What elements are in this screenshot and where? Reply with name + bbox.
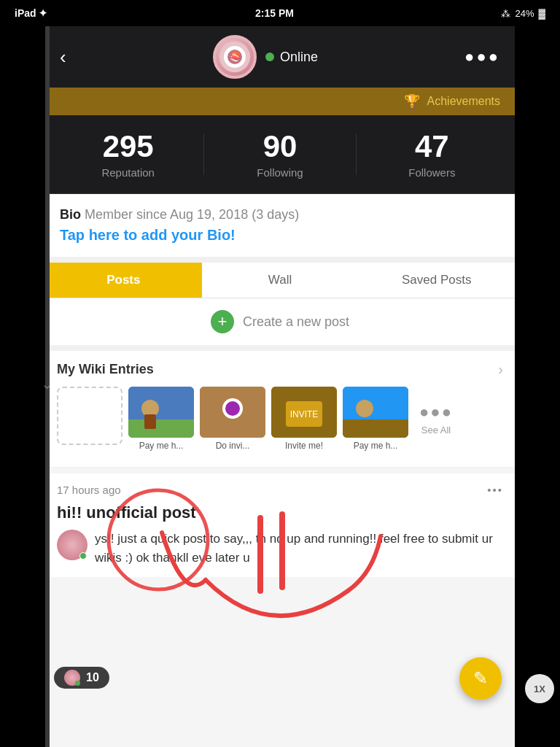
wiki-caption: Pay me h... (343, 441, 408, 451)
svg-rect-7 (144, 414, 156, 429)
bio-date: Member since Aug 19, 2018 (3 days) (85, 207, 299, 222)
post-title: hi!! unofficial post (57, 503, 503, 522)
tabs-row: Posts Wall Saved Posts (45, 263, 515, 298)
svg-point-10 (225, 401, 240, 416)
create-post-label: Create a new post (243, 314, 349, 330)
tab-wall[interactable]: Wall (202, 263, 359, 298)
back-button[interactable]: ‹ (60, 46, 66, 69)
bio-header: Bio Member since Aug 19, 2018 (3 days) (60, 207, 500, 222)
followers-label: Followers (357, 166, 508, 179)
reputation-label: Reputation (52, 166, 203, 179)
wiki-caption: Invite me! (271, 441, 337, 451)
wiki-caption: Pay me h... (128, 441, 194, 451)
wiki-title: My Wiki Entries (57, 362, 154, 377)
wiki-thumbnail (128, 387, 194, 438)
bluetooth-icon: ⁂ (501, 8, 510, 19)
online-indicator (265, 53, 274, 61)
create-post-button[interactable]: + (211, 310, 234, 333)
achievements-bar[interactable]: 🏆 Achievements (45, 88, 515, 115)
badge-count: 10 (86, 671, 99, 684)
post-author-avatar (57, 530, 88, 560)
wiki-thumbnail (343, 387, 408, 438)
content-area: Bio Member since Aug 19, 2018 (3 days) T… (45, 194, 515, 747)
svg-text:🍣: 🍣 (229, 51, 240, 62)
edit-icon: ✎ (473, 668, 488, 689)
left-strip: › (45, 26, 50, 747)
avatar: 🍣 (213, 35, 257, 79)
bio-cta[interactable]: Tap here to add your Bio! (60, 227, 500, 244)
battery-icon: ▓ (539, 8, 545, 19)
post-more-options[interactable]: ••• (487, 484, 503, 496)
following-value: 90 (204, 130, 355, 163)
svg-rect-5 (128, 419, 194, 438)
app-container: ‹ 🍣 Online ●●● 🏆 Ac (45, 26, 515, 747)
status-time: 2:15 PM (255, 7, 294, 19)
more-options-button[interactable]: ●●● (464, 47, 500, 66)
svg-rect-15 (343, 419, 408, 438)
create-post-row[interactable]: + Create a new post (45, 298, 515, 351)
followers-value: 47 (357, 130, 508, 163)
bio-label: Bio (60, 207, 81, 222)
post-meta: 17 hours ago ••• (57, 484, 503, 496)
status-carrier: iPad ✦ (15, 7, 47, 19)
wiki-entries-list: Pay me h... Do invi... (57, 387, 503, 457)
followers-stat[interactable]: 47 Followers (357, 130, 508, 179)
wiki-caption: Do invi... (200, 441, 265, 451)
profile-header: ‹ 🍣 Online ●●● (45, 26, 515, 88)
list-item[interactable]: INVITE Invite me! (271, 387, 337, 451)
header-center: 🍣 Online (213, 35, 318, 79)
post-body-row: ys!! just a quick post to say,,, th nd u… (57, 530, 503, 567)
one-x-button[interactable]: 1X (525, 674, 554, 703)
fab-edit-button[interactable]: ✎ (459, 657, 502, 700)
one-x-label: 1X (534, 684, 545, 694)
wiki-thumbnail (200, 387, 265, 438)
wiki-header: My Wiki Entries › (57, 361, 503, 378)
online-status: Online (265, 50, 318, 65)
see-all-button[interactable]: ●●● See All (414, 387, 458, 451)
list-item[interactable]: Pay me h... (128, 387, 194, 451)
post-author-online-dot (79, 552, 87, 560)
notification-badge: 10 (54, 667, 109, 689)
svg-point-16 (356, 400, 373, 417)
tab-posts[interactable]: Posts (45, 263, 202, 298)
trophy-icon: 🏆 (404, 93, 420, 109)
wiki-chevron-icon[interactable]: › (498, 361, 503, 378)
reputation-value: 295 (52, 130, 203, 163)
battery-text: 24% (515, 8, 534, 19)
avatar-image: 🍣 (216, 38, 254, 76)
see-all-dots-icon: ●●● (419, 403, 453, 422)
svg-text:INVITE: INVITE (290, 409, 319, 419)
see-all-label: See All (421, 425, 451, 436)
bio-section: Bio Member since Aug 19, 2018 (3 days) T… (45, 194, 515, 263)
badge-avatar (64, 670, 80, 686)
status-bar: iPad ✦ 2:15 PM ⁂ 24% ▓ (0, 0, 560, 26)
status-right: ⁂ 24% ▓ (501, 8, 545, 19)
list-item[interactable]: Do invi... (200, 387, 265, 451)
following-stat[interactable]: 90 Following (204, 130, 355, 179)
wiki-section: My Wiki Entries › (45, 351, 515, 468)
online-label: Online (280, 50, 318, 65)
list-item[interactable]: Pay me h... (343, 387, 408, 451)
following-label: Following (204, 166, 355, 179)
post-body: ys!! just a quick post to say,,, th nd u… (95, 530, 503, 567)
wiki-thumbnail: INVITE (271, 387, 337, 438)
wiki-entry-placeholder[interactable] (57, 387, 122, 445)
tab-saved-posts[interactable]: Saved Posts (358, 263, 515, 298)
left-arrow-icon: › (40, 384, 55, 389)
achievements-label: Achievements (427, 95, 501, 108)
badge-online-dot (75, 681, 80, 686)
post-section: 17 hours ago ••• hi!! unofficial post ys… (45, 473, 515, 577)
stats-row: 295 Reputation 90 Following 47 Followers (45, 115, 515, 194)
reputation-stat: 295 Reputation (52, 130, 203, 179)
post-timestamp: 17 hours ago (57, 484, 121, 496)
